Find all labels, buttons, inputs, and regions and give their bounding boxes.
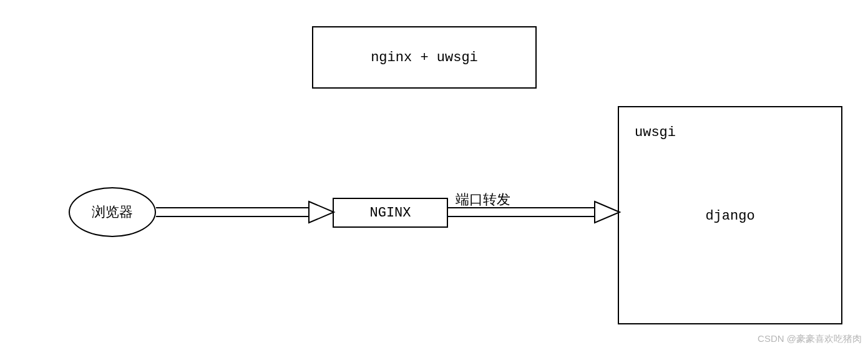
- svg-marker-5: [595, 202, 620, 223]
- arrow-browser-to-nginx: [156, 200, 337, 225]
- svg-marker-2: [309, 202, 334, 223]
- port-forward-label: 端口转发: [456, 190, 510, 209]
- django-label: django: [619, 208, 841, 224]
- nginx-label: NGINX: [369, 205, 411, 221]
- server-node: uwsgi django: [618, 106, 842, 324]
- title-text: nginx + uwsgi: [371, 50, 478, 66]
- title-box: nginx + uwsgi: [312, 26, 537, 89]
- watermark-text: CSDN @豪豪喜欢吃猪肉: [758, 333, 862, 345]
- nginx-node: NGINX: [333, 198, 448, 228]
- uwsgi-label: uwsgi: [635, 125, 676, 140]
- browser-node: 浏览器: [69, 187, 156, 237]
- browser-label: 浏览器: [92, 203, 133, 221]
